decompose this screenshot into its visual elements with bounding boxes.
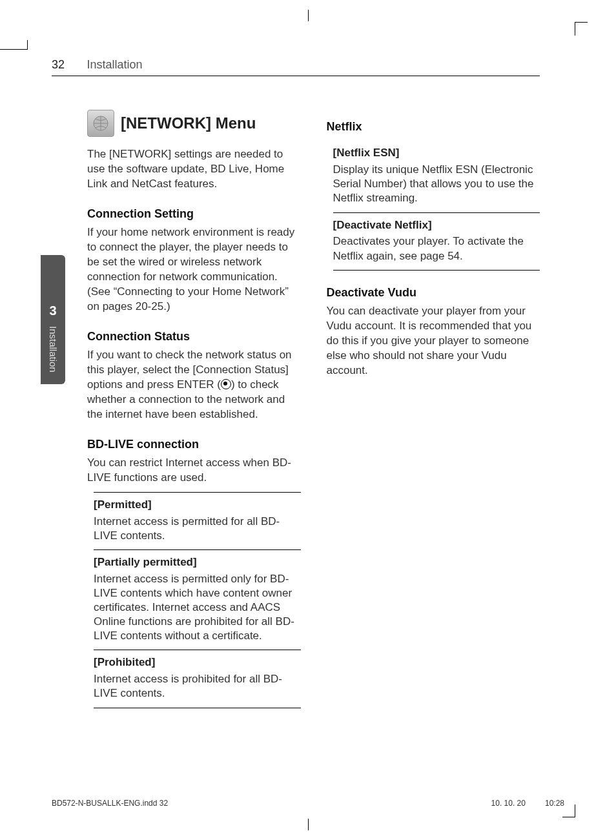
connection-setting-heading: Connection Setting	[87, 206, 301, 221]
option-deactivate-netflix: [Deactivate Netflix] Deactivates your pl…	[333, 212, 540, 271]
page-header: 32 Installation	[52, 58, 540, 76]
network-menu-heading: [NETWORK] Menu	[87, 110, 301, 137]
footer-filename: BD572-N-BUSALLK-ENG.indd 32	[52, 799, 168, 808]
option-body: Internet access is prohibited for all BD…	[94, 672, 301, 701]
crop-tick-top	[308, 10, 309, 21]
network-intro: The [NETWORK] settings are needed to use…	[87, 147, 301, 192]
netflix-heading: Netflix	[327, 119, 540, 134]
option-title: [Permitted]	[94, 498, 301, 513]
footer-time: 10:28	[545, 799, 564, 808]
vudu-heading: Deactivate Vudu	[327, 285, 540, 300]
bdlive-body: You can restrict Internet access when BD…	[87, 456, 301, 486]
header-section: Installation	[87, 58, 142, 71]
footer: BD572-N-BUSALLK-ENG.indd 32 10. 10. 20 1…	[52, 799, 564, 808]
option-body: Display its unique Netflix ESN (Electron…	[333, 163, 540, 205]
column-right: Netflix [Netflix ESN] Display its unique…	[327, 110, 540, 708]
page-number: 32	[52, 58, 65, 71]
globe-icon	[87, 110, 114, 137]
option-body: Internet access is permitted for all BD-…	[94, 515, 301, 543]
side-tab: 3 Installation	[41, 255, 65, 384]
connection-status-body: If you want to check the network status …	[87, 348, 301, 422]
option-body: Deactivates your player. To activate the…	[333, 234, 540, 263]
bdlive-options: [Permitted] Internet access is permitted…	[94, 492, 301, 708]
option-prohibited: [Prohibited] Internet access is prohibit…	[94, 650, 301, 708]
option-partially-permitted: [Partially permitted] Internet access is…	[94, 549, 301, 650]
crop-tick-left-v	[27, 40, 28, 50]
bdlive-heading: BD-LIVE connection	[87, 436, 301, 452]
option-title: [Netflix ESN]	[333, 146, 540, 161]
network-menu-title: [NETWORK] Menu	[121, 113, 256, 134]
option-permitted: [Permitted] Internet access is permitted…	[94, 492, 301, 549]
enter-icon	[221, 379, 231, 389]
crop-tick-left-h	[0, 49, 27, 50]
connection-status-heading: Connection Status	[87, 329, 301, 344]
column-left: [NETWORK] Menu The [NETWORK] settings ar…	[87, 110, 301, 708]
vudu-body: You can deactivate your player from your…	[327, 304, 540, 378]
option-body: Internet access is permitted only for BD…	[94, 572, 301, 643]
option-title: [Partially permitted]	[94, 555, 301, 570]
side-tab-label: Installation	[48, 326, 59, 373]
crop-mark-tr	[562, 23, 575, 36]
option-title: [Prohibited]	[94, 655, 301, 670]
netflix-options: [Netflix ESN] Display its unique Netflix…	[333, 141, 540, 270]
crop-tick-bottom	[308, 819, 309, 830]
side-tab-number: 3	[49, 303, 56, 318]
option-title: [Deactivate Netflix]	[333, 218, 540, 233]
connection-setting-body: If your home network environment is read…	[87, 225, 301, 314]
crop-mark-br	[562, 804, 575, 817]
option-netflix-esn: [Netflix ESN] Display its unique Netflix…	[333, 141, 540, 212]
footer-date: 10. 10. 20	[491, 799, 526, 808]
